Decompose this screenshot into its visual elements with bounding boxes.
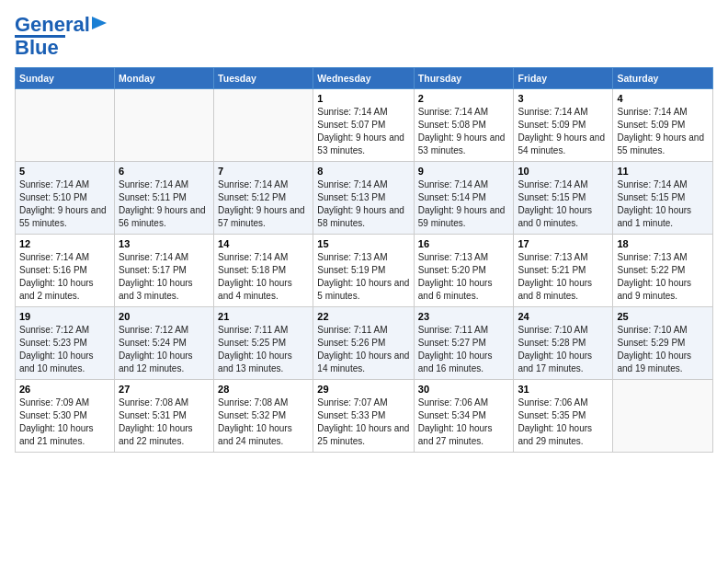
day-number: 15: [317, 238, 409, 249]
day-number: 12: [19, 238, 110, 249]
calendar-cell: 17Sunrise: 7:13 AM Sunset: 5:21 PM Dayli…: [514, 235, 613, 307]
day-number: 26: [19, 384, 110, 395]
calendar-cell: 8Sunrise: 7:14 AM Sunset: 5:13 PM Daylig…: [313, 162, 414, 235]
weekday-header-thursday: Thursday: [414, 68, 514, 89]
day-number: 17: [518, 238, 609, 249]
day-info: Sunrise: 7:14 AM Sunset: 5:15 PM Dayligh…: [617, 178, 709, 230]
logo-blue-text: Blue: [15, 38, 59, 58]
day-number: 21: [218, 311, 309, 322]
day-info: Sunrise: 7:14 AM Sunset: 5:09 PM Dayligh…: [518, 106, 609, 157]
day-info: Sunrise: 7:14 AM Sunset: 5:16 PM Dayligh…: [19, 251, 110, 303]
day-number: 3: [518, 93, 609, 104]
calendar-cell: 20Sunrise: 7:12 AM Sunset: 5:24 PM Dayli…: [115, 307, 214, 380]
weekday-header-row: SundayMondayTuesdayWednesdayThursdayFrid…: [16, 68, 713, 89]
calendar-week-row: 26Sunrise: 7:09 AM Sunset: 5:30 PM Dayli…: [16, 380, 713, 453]
day-number: 22: [317, 311, 409, 322]
day-info: Sunrise: 7:11 AM Sunset: 5:25 PM Dayligh…: [218, 324, 309, 375]
day-number: 30: [418, 384, 510, 395]
day-info: Sunrise: 7:06 AM Sunset: 5:34 PM Dayligh…: [418, 396, 510, 448]
day-info: Sunrise: 7:09 AM Sunset: 5:30 PM Dayligh…: [19, 396, 110, 448]
svg-marker-0: [92, 17, 107, 29]
day-info: Sunrise: 7:10 AM Sunset: 5:28 PM Dayligh…: [518, 324, 609, 375]
day-number: 14: [218, 238, 309, 249]
day-number: 31: [518, 384, 609, 395]
day-number: 27: [119, 384, 210, 395]
calendar-week-row: 12Sunrise: 7:14 AM Sunset: 5:16 PM Dayli…: [16, 235, 713, 307]
calendar-cell: 31Sunrise: 7:06 AM Sunset: 5:35 PM Dayli…: [514, 380, 613, 453]
day-info: Sunrise: 7:08 AM Sunset: 5:32 PM Dayligh…: [218, 396, 309, 448]
day-info: Sunrise: 7:13 AM Sunset: 5:22 PM Dayligh…: [617, 251, 709, 303]
day-info: Sunrise: 7:14 AM Sunset: 5:10 PM Dayligh…: [19, 178, 110, 230]
day-info: Sunrise: 7:10 AM Sunset: 5:29 PM Dayligh…: [617, 324, 709, 375]
day-number: 28: [218, 384, 309, 395]
day-info: Sunrise: 7:14 AM Sunset: 5:12 PM Dayligh…: [218, 178, 309, 230]
day-info: Sunrise: 7:08 AM Sunset: 5:31 PM Dayligh…: [119, 396, 210, 448]
weekday-header-friday: Friday: [514, 68, 613, 89]
weekday-header-saturday: Saturday: [613, 68, 713, 89]
calendar-cell: 13Sunrise: 7:14 AM Sunset: 5:17 PM Dayli…: [115, 235, 214, 307]
logo-arrow-icon: [92, 15, 108, 31]
calendar-cell: 14Sunrise: 7:14 AM Sunset: 5:18 PM Dayli…: [214, 235, 313, 307]
day-number: 13: [119, 238, 210, 249]
day-number: 29: [317, 384, 409, 395]
calendar-week-row: 5Sunrise: 7:14 AM Sunset: 5:10 PM Daylig…: [16, 162, 713, 235]
calendar-cell: 21Sunrise: 7:11 AM Sunset: 5:25 PM Dayli…: [214, 307, 313, 380]
calendar-cell: 23Sunrise: 7:11 AM Sunset: 5:27 PM Dayli…: [414, 307, 514, 380]
day-info: Sunrise: 7:11 AM Sunset: 5:27 PM Dayligh…: [418, 324, 510, 375]
calendar-cell: 24Sunrise: 7:10 AM Sunset: 5:28 PM Dayli…: [514, 307, 613, 380]
calendar-cell: [214, 89, 313, 162]
day-number: 11: [617, 166, 709, 177]
weekday-header-wednesday: Wednesday: [313, 68, 414, 89]
calendar-cell: 30Sunrise: 7:06 AM Sunset: 5:34 PM Dayli…: [414, 380, 514, 453]
day-number: 8: [317, 166, 409, 177]
calendar-cell: 7Sunrise: 7:14 AM Sunset: 5:12 PM Daylig…: [214, 162, 313, 235]
day-info: Sunrise: 7:14 AM Sunset: 5:15 PM Dayligh…: [518, 178, 609, 230]
calendar-cell: 12Sunrise: 7:14 AM Sunset: 5:16 PM Dayli…: [16, 235, 115, 307]
calendar-cell: 6Sunrise: 7:14 AM Sunset: 5:11 PM Daylig…: [115, 162, 214, 235]
day-info: Sunrise: 7:06 AM Sunset: 5:35 PM Dayligh…: [518, 396, 609, 448]
day-number: 5: [19, 166, 110, 177]
day-number: 2: [418, 93, 510, 104]
day-info: Sunrise: 7:13 AM Sunset: 5:19 PM Dayligh…: [317, 251, 409, 303]
calendar-cell: 11Sunrise: 7:14 AM Sunset: 5:15 PM Dayli…: [613, 162, 713, 235]
calendar-cell: 9Sunrise: 7:14 AM Sunset: 5:14 PM Daylig…: [414, 162, 514, 235]
day-info: Sunrise: 7:14 AM Sunset: 5:18 PM Dayligh…: [218, 251, 309, 303]
calendar-cell: 19Sunrise: 7:12 AM Sunset: 5:23 PM Dayli…: [16, 307, 115, 380]
day-number: 18: [617, 238, 709, 249]
day-number: 16: [418, 238, 510, 249]
calendar-cell: [115, 89, 214, 162]
day-info: Sunrise: 7:14 AM Sunset: 5:13 PM Dayligh…: [317, 178, 409, 230]
page-header: General Blue: [15, 15, 713, 58]
day-info: Sunrise: 7:14 AM Sunset: 5:08 PM Dayligh…: [418, 106, 510, 157]
logo: General Blue: [15, 15, 108, 58]
calendar-cell: 27Sunrise: 7:08 AM Sunset: 5:31 PM Dayli…: [115, 380, 214, 453]
calendar-cell: 3Sunrise: 7:14 AM Sunset: 5:09 PM Daylig…: [514, 89, 613, 162]
weekday-header-sunday: Sunday: [16, 68, 115, 89]
calendar-cell: [613, 380, 713, 453]
day-info: Sunrise: 7:14 AM Sunset: 5:14 PM Dayligh…: [418, 178, 510, 230]
calendar-cell: 2Sunrise: 7:14 AM Sunset: 5:08 PM Daylig…: [414, 89, 514, 162]
calendar-cell: 18Sunrise: 7:13 AM Sunset: 5:22 PM Dayli…: [613, 235, 713, 307]
day-number: 23: [418, 311, 510, 322]
calendar-week-row: 1Sunrise: 7:14 AM Sunset: 5:07 PM Daylig…: [16, 89, 713, 162]
day-number: 7: [218, 166, 309, 177]
calendar-cell: 15Sunrise: 7:13 AM Sunset: 5:19 PM Dayli…: [313, 235, 414, 307]
logo-text: General: [15, 15, 90, 35]
day-number: 4: [617, 93, 709, 104]
calendar-cell: 26Sunrise: 7:09 AM Sunset: 5:30 PM Dayli…: [16, 380, 115, 453]
day-number: 24: [518, 311, 609, 322]
day-info: Sunrise: 7:14 AM Sunset: 5:11 PM Dayligh…: [119, 178, 210, 230]
day-info: Sunrise: 7:11 AM Sunset: 5:26 PM Dayligh…: [317, 324, 409, 375]
calendar-cell: 10Sunrise: 7:14 AM Sunset: 5:15 PM Dayli…: [514, 162, 613, 235]
day-info: Sunrise: 7:14 AM Sunset: 5:17 PM Dayligh…: [119, 251, 210, 303]
calendar-cell: 22Sunrise: 7:11 AM Sunset: 5:26 PM Dayli…: [313, 307, 414, 380]
day-number: 10: [518, 166, 609, 177]
day-info: Sunrise: 7:07 AM Sunset: 5:33 PM Dayligh…: [317, 396, 409, 448]
day-info: Sunrise: 7:12 AM Sunset: 5:24 PM Dayligh…: [119, 324, 210, 375]
calendar-cell: 5Sunrise: 7:14 AM Sunset: 5:10 PM Daylig…: [16, 162, 115, 235]
day-number: 19: [19, 311, 110, 322]
calendar-cell: 29Sunrise: 7:07 AM Sunset: 5:33 PM Dayli…: [313, 380, 414, 453]
day-info: Sunrise: 7:13 AM Sunset: 5:20 PM Dayligh…: [418, 251, 510, 303]
day-info: Sunrise: 7:14 AM Sunset: 5:07 PM Dayligh…: [317, 106, 409, 157]
calendar-cell: [16, 89, 115, 162]
